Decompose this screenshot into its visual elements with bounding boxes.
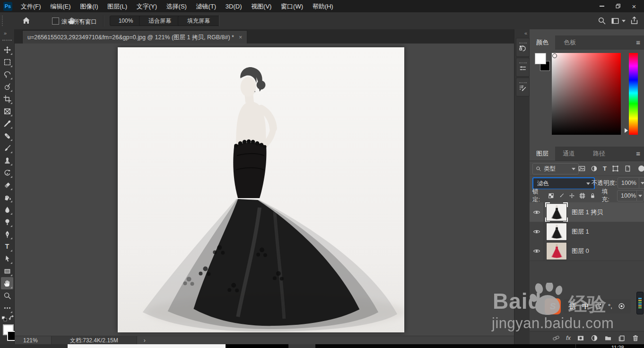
brush-tool[interactable] bbox=[1, 142, 13, 154]
panel-menu-icon[interactable]: ≡ bbox=[636, 149, 640, 157]
layer-row[interactable]: 图层 0 bbox=[530, 241, 644, 261]
menu-type[interactable]: 文字(Y) bbox=[133, 0, 161, 13]
visibility-toggle[interactable] bbox=[530, 241, 544, 261]
layer-thumbnail[interactable] bbox=[546, 203, 567, 221]
document-tab[interactable]: u=2656155023,292349710&fm=26&gp=0.jpg @ … bbox=[22, 30, 247, 44]
options-grip[interactable] bbox=[2, 16, 3, 26]
hand-tool[interactable] bbox=[1, 277, 13, 289]
color-picker-marker[interactable] bbox=[552, 53, 557, 58]
menu-window[interactable]: 窗口(W) bbox=[277, 0, 307, 13]
fit-screen-button[interactable]: 适合屏幕 bbox=[139, 16, 181, 26]
toolbar-collapse-icon[interactable]: » bbox=[4, 30, 7, 36]
move-tool[interactable] bbox=[1, 44, 13, 56]
hue-slider[interactable] bbox=[629, 53, 638, 135]
taskbar-tray[interactable]: 11:28 bbox=[315, 344, 644, 348]
layer-style-fx-icon[interactable]: fx bbox=[566, 334, 571, 341]
menu-image[interactable]: 图像(I) bbox=[76, 0, 102, 13]
brush-settings-panel-button[interactable] bbox=[516, 78, 530, 96]
tab-layers[interactable]: 图层 bbox=[530, 147, 555, 161]
new-adjustment-layer-icon[interactable] bbox=[591, 334, 598, 342]
gradient-tool[interactable] bbox=[1, 191, 13, 203]
ime-punct-mode[interactable]: °, bbox=[608, 303, 612, 310]
layer-row[interactable]: 图层 1 bbox=[530, 222, 644, 242]
new-group-icon[interactable] bbox=[604, 334, 612, 342]
canvas-pasteboard[interactable] bbox=[15, 44, 514, 336]
fill-screen-button[interactable]: 填充屏幕 bbox=[178, 16, 219, 26]
spot-healing-brush-tool[interactable] bbox=[1, 130, 13, 142]
layer-name[interactable]: 图层 0 bbox=[572, 247, 589, 255]
tab-paths[interactable]: 路径 bbox=[586, 147, 612, 161]
type-layer-filter-icon[interactable]: T bbox=[603, 165, 607, 172]
canvas-image[interactable] bbox=[118, 47, 404, 332]
more-tools-button[interactable] bbox=[1, 302, 13, 314]
new-layer-icon[interactable] bbox=[618, 334, 626, 342]
dodge-tool[interactable] bbox=[1, 216, 13, 228]
blur-tool[interactable] bbox=[1, 203, 13, 216]
menu-filter[interactable]: 滤镜(T) bbox=[192, 0, 220, 13]
default-colors-icon[interactable] bbox=[1, 316, 7, 322]
menu-file[interactable]: 文件(F) bbox=[17, 0, 45, 13]
menu-help[interactable]: 帮助(H) bbox=[309, 0, 337, 13]
ime-pinyin-mode[interactable]: 拼 bbox=[569, 302, 576, 311]
frame-tool[interactable] bbox=[1, 105, 13, 117]
layer-name[interactable]: 图层 1 拷贝 bbox=[572, 208, 603, 217]
rectangular-marquee-tool[interactable] bbox=[1, 56, 13, 68]
adjustment-layer-filter-icon[interactable] bbox=[591, 165, 598, 172]
dock-expand-icon[interactable]: « bbox=[524, 30, 527, 36]
filter-pin-icon[interactable] bbox=[638, 165, 644, 172]
pen-tool[interactable] bbox=[1, 228, 13, 240]
lock-artboard-icon[interactable] bbox=[579, 192, 585, 199]
fill-dropdown[interactable]: 100% bbox=[617, 190, 644, 201]
panel-menu-icon[interactable]: ≡ bbox=[636, 38, 640, 46]
menu-3d[interactable]: 3D(D) bbox=[222, 0, 246, 12]
panel-foreground-swatch[interactable] bbox=[535, 53, 546, 64]
taskbar-clock[interactable]: 11:28 bbox=[611, 345, 624, 348]
eyedropper-tool[interactable] bbox=[1, 117, 13, 130]
menu-layer[interactable]: 图层(L) bbox=[104, 0, 131, 13]
lock-position-icon[interactable] bbox=[569, 192, 575, 199]
search-button[interactable] bbox=[598, 17, 606, 25]
lasso-tool[interactable] bbox=[1, 68, 13, 80]
visibility-toggle[interactable] bbox=[530, 202, 544, 222]
layer-filter-type-dropdown[interactable]: 类型 bbox=[532, 163, 579, 174]
lock-pixels-icon[interactable] bbox=[558, 192, 565, 199]
sogou-logo[interactable]: S bbox=[545, 298, 561, 314]
zoom-level-field[interactable]: 121% bbox=[23, 337, 38, 344]
menu-edit[interactable]: 编辑(E) bbox=[46, 0, 74, 13]
ime-chinese-mode[interactable]: 中 bbox=[582, 302, 589, 311]
layer-row[interactable]: 图层 1 拷贝 bbox=[530, 202, 644, 222]
history-brush-tool[interactable] bbox=[1, 166, 13, 179]
layer-thumbnail[interactable] bbox=[546, 242, 567, 260]
home-button[interactable] bbox=[22, 16, 31, 25]
opacity-dropdown[interactable]: 100% bbox=[618, 177, 644, 189]
ime-toolbar[interactable]: 拼 中 °, bbox=[564, 299, 631, 313]
status-expand-icon[interactable]: › bbox=[144, 337, 146, 344]
zoom-100-button[interactable]: 100% bbox=[110, 16, 142, 26]
history-panel-button[interactable] bbox=[516, 38, 530, 57]
saturation-brightness-field[interactable] bbox=[552, 53, 621, 135]
clone-stamp-tool[interactable] bbox=[1, 154, 13, 166]
zoom-tool[interactable] bbox=[1, 289, 13, 302]
tab-close-icon[interactable]: × bbox=[239, 34, 242, 41]
restore-button[interactable] bbox=[610, 0, 626, 12]
menu-view[interactable]: 视图(V) bbox=[247, 0, 275, 13]
add-layer-mask-icon[interactable] bbox=[577, 334, 584, 342]
layer-name[interactable]: 图层 1 bbox=[572, 227, 589, 236]
lock-all-icon[interactable] bbox=[590, 192, 596, 199]
type-tool[interactable]: T bbox=[1, 240, 13, 252]
path-selection-tool[interactable] bbox=[1, 252, 13, 265]
delete-layer-icon[interactable] bbox=[632, 334, 639, 342]
pixel-layer-filter-icon[interactable] bbox=[578, 165, 585, 172]
share-button[interactable] bbox=[630, 16, 639, 25]
smart-object-filter-icon[interactable] bbox=[624, 165, 631, 172]
taskbar-app-segment[interactable] bbox=[288, 344, 315, 348]
close-button[interactable]: × bbox=[626, 0, 642, 12]
shape-layer-filter-icon[interactable] bbox=[612, 165, 619, 172]
minimize-button[interactable] bbox=[594, 0, 610, 12]
eraser-tool[interactable] bbox=[1, 179, 13, 191]
hue-slider-arrow[interactable] bbox=[625, 128, 628, 133]
tab-channels[interactable]: 通道 bbox=[556, 147, 582, 161]
ime-settings-icon[interactable] bbox=[618, 303, 625, 310]
ime-mini-bar[interactable] bbox=[636, 292, 644, 314]
visibility-toggle[interactable] bbox=[530, 222, 544, 241]
